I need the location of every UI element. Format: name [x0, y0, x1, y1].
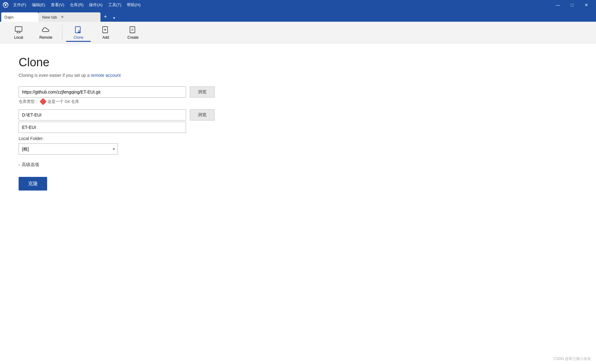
minimize-button[interactable]: —: [551, 0, 565, 10]
local-folder-select[interactable]: [根]: [19, 143, 118, 155]
local-folder-label: Local Folder:: [19, 136, 577, 141]
menu-file[interactable]: 文件(F): [11, 2, 29, 8]
page-title: Clone: [19, 56, 577, 69]
toolbar-local[interactable]: Local: [6, 23, 31, 42]
tab-new-tab-label: New tab: [42, 15, 57, 20]
svg-point-2: [5, 4, 7, 6]
add-icon: [102, 25, 109, 34]
toolbar: Local Remote Clone Add: [0, 22, 596, 43]
watermark: CSDN @荷兰猪小灰灰: [553, 356, 591, 362]
tab-new-tab[interactable]: New tab ✕: [38, 12, 100, 22]
menu-tools[interactable]: 工具(T): [106, 2, 124, 8]
menu-help[interactable]: 帮助(H): [124, 2, 143, 8]
main-content: Clone Cloning is even easier if you set …: [0, 43, 596, 203]
menu-repo[interactable]: 仓库(R): [67, 2, 86, 8]
local-folder-select-wrapper: [根] ▾: [19, 143, 118, 155]
subtitle-text: Cloning is even easier if you set up a: [19, 73, 90, 78]
toolbar-create-label: Create: [127, 35, 139, 40]
url-browse-button[interactable]: 浏览: [190, 86, 215, 98]
local-folder-section: Local Folder: [根] ▾: [19, 136, 577, 155]
cloud-icon: [42, 25, 50, 34]
svg-rect-3: [15, 27, 22, 31]
svg-rect-14: [130, 27, 135, 33]
clone-icon: [75, 25, 82, 34]
toolbar-create[interactable]: Create: [121, 23, 145, 42]
toolbar-separator: [62, 25, 62, 40]
repo-name-input[interactable]: [19, 122, 186, 133]
app-logo: [2, 2, 9, 8]
url-input[interactable]: [19, 86, 186, 98]
url-input-row: 浏览: [19, 86, 577, 98]
menu-bar: 文件(F) 编辑(E) 查看(V) 仓库(R) 操作(A) 工具(T) 帮助(H…: [11, 2, 551, 8]
new-tab-button[interactable]: +: [100, 12, 110, 22]
toolbar-clone[interactable]: Clone: [66, 23, 91, 42]
toolbar-clone-label: Clone: [73, 35, 83, 40]
toolbar-remote[interactable]: Remote: [33, 23, 58, 42]
maximize-button[interactable]: □: [565, 0, 579, 10]
tab-dajin[interactable]: Dajin: [1, 12, 38, 22]
toolbar-local-label: Local: [14, 35, 23, 40]
advanced-options-label: 高级选项: [22, 162, 39, 168]
tab-dajin-label: Dajin: [4, 15, 14, 20]
clone-button[interactable]: 克隆: [19, 177, 47, 191]
toolbar-add[interactable]: Add: [93, 23, 118, 42]
repo-name-input-row: [19, 122, 577, 133]
advanced-options-toggle[interactable]: › 高级选项: [19, 162, 577, 168]
toolbar-add-label: Add: [102, 35, 109, 40]
page-subtitle: Cloning is even easier if you set up a r…: [19, 73, 577, 78]
menu-view[interactable]: 查看(V): [48, 2, 67, 8]
repo-type-label: 仓库类型：: [19, 99, 39, 104]
tab-bar: Dajin New tab ✕ + ▾: [0, 10, 596, 22]
git-icon: [40, 98, 47, 105]
local-path-browse-button[interactable]: 浏览: [190, 109, 215, 121]
tab-dropdown-button[interactable]: ▾: [110, 14, 118, 22]
close-button[interactable]: ✕: [579, 0, 594, 10]
local-path-input-row: 浏览: [19, 109, 577, 121]
toolbar-remote-label: Remote: [39, 35, 52, 40]
local-path-input[interactable]: [19, 109, 186, 121]
repo-type-value: 这是一个 Git 仓库: [47, 99, 79, 104]
window-controls: — □ ✕: [551, 0, 594, 10]
remote-account-link[interactable]: remote account: [91, 73, 121, 78]
titlebar: 文件(F) 编辑(E) 查看(V) 仓库(R) 操作(A) 工具(T) 帮助(H…: [0, 0, 596, 10]
chevron-right-icon: ›: [19, 163, 20, 167]
menu-edit[interactable]: 编辑(E): [29, 2, 48, 8]
monitor-icon: [15, 25, 22, 34]
menu-actions[interactable]: 操作(A): [87, 2, 105, 8]
tab-close-button[interactable]: ✕: [60, 14, 65, 20]
create-icon: [129, 25, 137, 34]
repo-type-row: 仓库类型： 这是一个 Git 仓库: [19, 99, 577, 104]
